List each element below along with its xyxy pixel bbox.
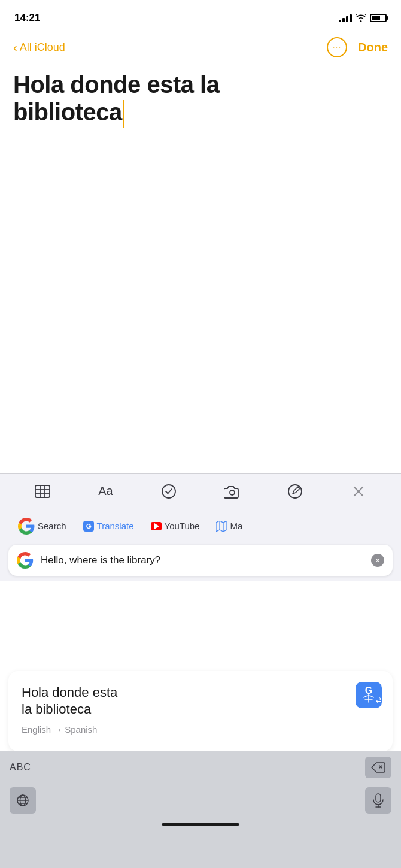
backspace-button[interactable] xyxy=(365,757,391,778)
translation-card: G ⇄ Hola donde estala biblioteca English… xyxy=(8,671,393,751)
google-logo xyxy=(17,552,34,569)
svg-point-7 xyxy=(288,485,302,498)
keyboard-top-row: ABC xyxy=(0,751,401,781)
close-toolbar-button[interactable] xyxy=(345,478,372,505)
mic-button[interactable] xyxy=(365,787,391,814)
youtube-icon xyxy=(151,522,162,530)
quick-action-translate[interactable]: G Translate xyxy=(75,517,142,535)
mic-icon xyxy=(372,793,385,808)
status-time: 14:21 xyxy=(14,12,40,24)
note-title: Hola donde esta labiblioteca xyxy=(13,71,388,128)
font-icon: Aa xyxy=(98,484,113,498)
home-indicator xyxy=(162,823,239,826)
camera-button[interactable] xyxy=(219,478,245,505)
svg-point-5 xyxy=(162,485,175,498)
svg-text:G: G xyxy=(86,523,91,530)
globe-button[interactable] xyxy=(10,787,36,814)
back-label: All iCloud xyxy=(20,41,65,54)
search-label: Search xyxy=(38,521,66,531)
check-circle-icon xyxy=(161,484,177,499)
maps-icon xyxy=(216,521,227,532)
markup-button[interactable] xyxy=(282,478,308,505)
google-translate-icon: G xyxy=(83,521,94,532)
table-button[interactable] xyxy=(29,478,56,505)
svg-point-6 xyxy=(230,490,235,495)
svg-rect-22 xyxy=(376,794,381,802)
pen-icon xyxy=(287,484,303,499)
svg-rect-0 xyxy=(35,485,50,497)
from-language: English xyxy=(22,724,51,735)
status-bar: 14:21 xyxy=(0,0,401,32)
quick-action-youtube[interactable]: YouTube xyxy=(142,517,208,535)
text-cursor xyxy=(123,100,124,128)
table-icon xyxy=(35,485,50,498)
clear-icon: × xyxy=(375,556,380,564)
quick-action-maps[interactable]: Ma xyxy=(208,517,251,535)
battery-icon xyxy=(370,14,387,22)
close-icon xyxy=(353,486,364,497)
google-translate-logo: G ⇄ xyxy=(356,682,382,708)
status-icons xyxy=(339,14,387,22)
search-input-container[interactable]: Hello, where is the library? × xyxy=(8,545,393,576)
to-language: Spanish xyxy=(65,724,97,735)
camera-icon xyxy=(224,484,241,499)
keyboard-bottom-row xyxy=(0,781,401,823)
signal-icon xyxy=(339,14,352,22)
wifi-icon xyxy=(356,14,366,22)
nav-actions: ··· Done xyxy=(327,37,388,57)
direction-arrow: → xyxy=(53,724,62,735)
quick-action-search[interactable]: Search xyxy=(10,514,75,538)
formatting-toolbar: Aa xyxy=(0,473,401,509)
checklist-button[interactable] xyxy=(156,478,182,505)
keyboard: ABC xyxy=(0,751,401,868)
keyboard-abc-label: ABC xyxy=(10,762,31,773)
font-button[interactable]: Aa xyxy=(92,478,119,505)
globe-icon xyxy=(16,793,30,808)
translation-text: Hola donde estala biblioteca xyxy=(22,684,379,718)
google-g-icon xyxy=(18,518,35,535)
maps-label: Ma xyxy=(230,521,242,531)
back-button[interactable]: ‹ All iCloud xyxy=(13,41,65,54)
nav-bar: ‹ All iCloud ··· Done xyxy=(0,32,401,65)
search-clear-button[interactable]: × xyxy=(371,554,384,567)
quick-actions-bar: Search G Translate YouTube Ma xyxy=(0,509,401,542)
note-area[interactable]: Hola donde esta labiblioteca xyxy=(0,65,401,139)
done-button[interactable]: Done xyxy=(358,41,388,54)
translation-direction: English → Spanish xyxy=(22,724,379,735)
youtube-label: YouTube xyxy=(165,521,200,531)
search-query: Hello, where is the library? xyxy=(41,554,364,566)
google-search-bar: Hello, where is the library? × xyxy=(0,540,401,581)
backspace-icon xyxy=(371,762,385,773)
svg-text:⇄: ⇄ xyxy=(376,696,381,703)
more-button[interactable]: ··· xyxy=(327,37,347,57)
translate-label: Translate xyxy=(97,521,134,531)
more-icon: ··· xyxy=(333,43,342,52)
chevron-left-icon: ‹ xyxy=(13,41,17,54)
